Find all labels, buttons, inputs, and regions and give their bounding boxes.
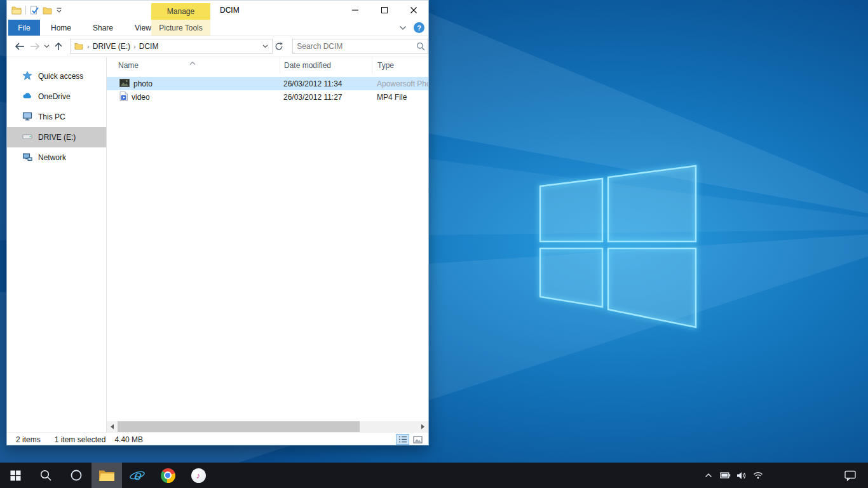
- column-header-date-modified[interactable]: Date modified: [280, 57, 372, 74]
- tab-picture-tools[interactable]: Picture Tools: [151, 20, 210, 36]
- quick-access-star-icon: [22, 71, 32, 83]
- system-tray: [700, 463, 868, 488]
- type-cell: Apowersoft Pho: [372, 79, 428, 88]
- forward-button[interactable]: [27, 39, 43, 54]
- file-name: photo: [133, 79, 153, 88]
- minimize-button[interactable]: [341, 1, 370, 20]
- file-explorer-taskbar-button[interactable]: [92, 463, 122, 488]
- start-button[interactable]: [0, 463, 31, 488]
- sidebar-item-label: Quick access: [38, 72, 83, 81]
- action-center-button[interactable]: [837, 463, 863, 488]
- selection-size: 4.40 MB: [114, 435, 143, 444]
- maximize-button[interactable]: [370, 1, 399, 20]
- navigation-pane: Quick access OneDrive This PC: [7, 57, 106, 432]
- ribbon-controls: ?: [399, 20, 424, 36]
- address-dropdown-chevron[interactable]: [259, 39, 272, 53]
- sidebar-item-network[interactable]: Network: [7, 147, 106, 168]
- file-name: video: [132, 93, 150, 102]
- column-headers: Name Date modified Type: [107, 57, 428, 74]
- search-input[interactable]: [293, 42, 414, 51]
- help-button[interactable]: ?: [414, 22, 424, 33]
- itunes-button[interactable]: ♪: [183, 463, 214, 488]
- sidebar-item-label: OneDrive: [38, 92, 71, 101]
- network-wifi-icon[interactable]: [750, 463, 766, 488]
- recent-locations-chevron[interactable]: [42, 39, 51, 54]
- properties-button[interactable]: [30, 6, 39, 15]
- contextual-group-label: Manage: [151, 3, 210, 20]
- tab-home[interactable]: Home: [40, 20, 82, 36]
- taskbar: e ♪: [0, 463, 868, 488]
- desktop: Manage DCIM File Home Share View Picture: [0, 0, 868, 488]
- status-bar: 2 items 1 item selected 4.40 MB: [7, 432, 428, 446]
- details-view-button[interactable]: [396, 434, 409, 445]
- search-box: [292, 39, 428, 54]
- svg-text:e: e: [133, 468, 142, 483]
- selection-count: 1 item selected: [55, 435, 106, 444]
- hidden-icons-chevron[interactable]: [700, 463, 717, 488]
- file-list-area: Name Date modified Type photo: [106, 57, 428, 432]
- scroll-left-arrow[interactable]: [107, 421, 118, 432]
- onedrive-cloud-icon: [22, 91, 32, 103]
- battery-icon[interactable]: [717, 463, 733, 488]
- breadcrumb-separator: ›: [86, 43, 91, 50]
- breadcrumb-drive[interactable]: DRIVE (E:): [91, 42, 132, 51]
- window-title: DCIM: [220, 1, 240, 20]
- search-icon[interactable]: [414, 42, 428, 51]
- tab-file[interactable]: File: [8, 20, 40, 36]
- photo-thumbnail-icon: [119, 79, 130, 89]
- volume-icon[interactable]: [733, 463, 750, 488]
- ribbon-tab-row: File Home Share View Picture Tools ?: [7, 20, 428, 36]
- items-count: 2 items: [16, 435, 41, 444]
- file-row-photo[interactable]: photo 26/03/2012 11:34 Apowersoft Pho: [107, 77, 428, 90]
- mp4-file-icon: [119, 92, 128, 103]
- address-folder-icon: [74, 43, 83, 50]
- file-rows: photo 26/03/2012 11:34 Apowersoft Pho vi…: [107, 77, 428, 104]
- scrollbar-thumb[interactable]: [118, 421, 360, 432]
- cortana-button[interactable]: [61, 463, 92, 488]
- qat-separator: [25, 6, 26, 15]
- column-header-type[interactable]: Type: [372, 57, 428, 74]
- back-button[interactable]: [12, 39, 27, 54]
- new-folder-button[interactable]: [43, 6, 52, 15]
- type-cell: MP4 File: [372, 93, 428, 102]
- sidebar-item-label: This PC: [38, 112, 65, 121]
- file-list: Name Date modified Type photo: [107, 57, 428, 421]
- address-bar[interactable]: › DRIVE (E:) › DCIM: [70, 39, 273, 54]
- sort-ascending-caret: [189, 58, 196, 67]
- chrome-button[interactable]: [153, 463, 183, 488]
- main-area: Quick access OneDrive This PC: [7, 57, 428, 432]
- close-button[interactable]: [399, 1, 428, 20]
- sidebar-item-quick-access[interactable]: Quick access: [7, 66, 106, 86]
- large-icons-view-button[interactable]: [411, 434, 424, 445]
- sidebar-item-onedrive[interactable]: OneDrive: [7, 86, 106, 107]
- caption-buttons: [341, 1, 428, 20]
- taskbar-search-button[interactable]: [31, 463, 61, 488]
- title-bar: Manage DCIM: [7, 1, 428, 20]
- breadcrumb-dcim[interactable]: DCIM: [137, 42, 161, 51]
- computer-monitor-icon: [22, 111, 32, 123]
- network-computer-icon: [22, 152, 32, 164]
- file-explorer-window: Manage DCIM File Home Share View Picture: [6, 0, 429, 445]
- name-cell: photo: [107, 79, 280, 89]
- internet-explorer-button[interactable]: e: [122, 463, 153, 488]
- up-button[interactable]: [51, 39, 66, 54]
- contextual-group-text: Manage: [167, 7, 194, 16]
- date-modified-cell: 26/03/2012 11:34: [280, 79, 372, 88]
- chrome-icon: [161, 468, 175, 483]
- hard-drive-icon: [22, 132, 32, 144]
- explorer-app-icon: [11, 6, 22, 15]
- sidebar-item-label: DRIVE (E:): [38, 133, 76, 142]
- name-cell: video: [107, 92, 280, 103]
- quick-access-toolbar: [7, 6, 62, 15]
- horizontal-scrollbar[interactable]: [107, 421, 428, 432]
- tab-share[interactable]: Share: [82, 20, 124, 36]
- customize-qat-chevron[interactable]: [56, 7, 62, 13]
- navigation-bar: › DRIVE (E:) › DCIM: [7, 36, 428, 57]
- expand-ribbon-chevron[interactable]: [399, 24, 407, 32]
- refresh-button[interactable]: [273, 39, 287, 54]
- view-toggles: [396, 434, 424, 445]
- scroll-right-arrow[interactable]: [417, 421, 428, 432]
- sidebar-item-this-pc[interactable]: This PC: [7, 107, 106, 127]
- sidebar-item-drive-e[interactable]: DRIVE (E:): [7, 127, 106, 147]
- file-row-video[interactable]: video 26/03/2012 11:27 MP4 File: [107, 90, 428, 104]
